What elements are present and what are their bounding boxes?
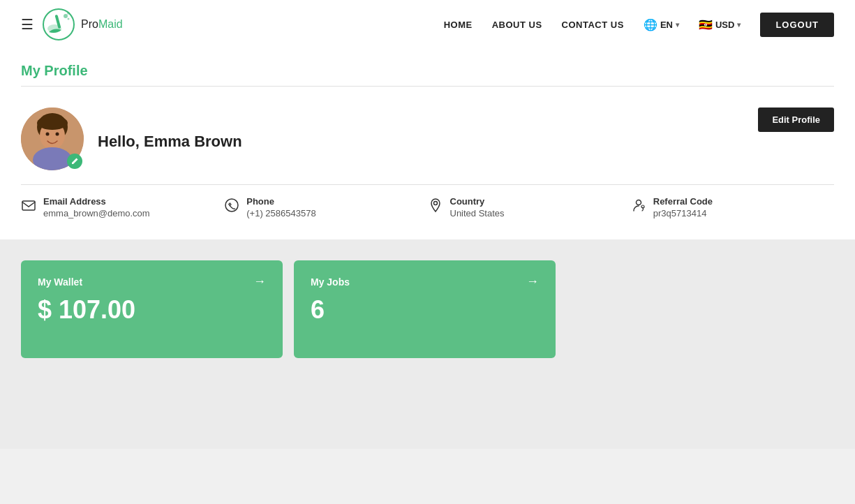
logo-text: ProMaid [81, 18, 123, 31]
info-row: Email Address emma_brown@demo.com Phone … [21, 196, 834, 218]
gray-section: My Wallet → $ 107.00 My Jobs → 6 [0, 239, 855, 449]
header-nav: HOME ABOUT US CONTACT US 🌐 EN ▾ 🇺🇬 USD ▾… [444, 13, 834, 37]
phone-value: (+1) 2586543578 [246, 208, 315, 218]
language-code: EN [660, 20, 673, 30]
phone-text-block: Phone (+1) 2586543578 [246, 196, 315, 218]
svg-point-16 [433, 202, 437, 205]
svg-point-12 [56, 133, 59, 136]
user-greeting: Hello, Emma Brown [98, 133, 242, 151]
country-label: Country [450, 196, 505, 207]
jobs-card-value: 6 [311, 297, 539, 323]
profile-section: Hello, Emma Brown Edit Profile Email Add… [0, 87, 855, 239]
jobs-card-header: My Jobs → [311, 274, 539, 289]
country-info-item: Country United States [428, 196, 631, 218]
country-text-block: Country United States [450, 196, 505, 218]
language-chevron-icon: ▾ [676, 21, 679, 29]
logo-container: ProMaid [42, 8, 123, 41]
svg-point-15 [225, 199, 238, 212]
nav-contact-us[interactable]: CONTACT US [562, 20, 624, 30]
nav-home[interactable]: HOME [444, 20, 473, 30]
currency-flag: 🇺🇬 [699, 18, 713, 31]
svg-rect-14 [22, 201, 35, 210]
logo-icon [42, 8, 75, 41]
logo-pro: Pro [81, 18, 98, 30]
svg-point-17 [636, 200, 641, 205]
wallet-card-title: My Wallet [38, 276, 82, 288]
svg-point-11 [46, 133, 50, 136]
page-content: My Profile [0, 49, 855, 239]
email-icon [21, 198, 36, 216]
referral-text-block: Referral Code pr3q5713414 [653, 196, 713, 218]
phone-label: Phone [246, 196, 315, 207]
email-text-block: Email Address emma_brown@demo.com [43, 196, 150, 218]
referral-icon [631, 198, 646, 216]
currency-selector[interactable]: 🇺🇬 USD ▾ [699, 18, 741, 31]
svg-point-3 [64, 14, 68, 18]
currency-code: USD [715, 20, 734, 30]
info-divider [21, 184, 834, 185]
profile-identity: Hello, Emma Brown [21, 108, 242, 170]
email-label: Email Address [43, 196, 150, 207]
hamburger-icon[interactable]: ☰ [21, 16, 34, 33]
phone-icon [224, 198, 239, 216]
jobs-card-title: My Jobs [311, 276, 350, 288]
edit-avatar-button[interactable] [67, 154, 82, 169]
referral-value: pr3q5713414 [653, 208, 713, 218]
logo-maid: Maid [98, 18, 123, 30]
logout-button[interactable]: LOGOUT [760, 13, 834, 37]
wallet-card[interactable]: My Wallet → $ 107.00 [21, 260, 283, 358]
svg-point-4 [67, 12, 70, 15]
wallet-card-value: $ 107.00 [38, 297, 266, 323]
svg-point-13 [37, 116, 68, 130]
email-info-item: Email Address emma_brown@demo.com [21, 196, 224, 218]
nav-about-us[interactable]: ABOUT US [492, 20, 542, 30]
email-value: emma_brown@demo.com [43, 208, 150, 218]
header: ☰ ProMaid HOME ABOUT US CONTACT US 🌐 EN [0, 0, 855, 49]
language-flag: 🌐 [644, 18, 657, 31]
profile-top: Hello, Emma Brown Edit Profile [21, 108, 834, 170]
phone-info-item: Phone (+1) 2586543578 [224, 196, 427, 218]
page-title: My Profile [21, 63, 834, 79]
referral-label: Referral Code [653, 196, 713, 207]
wallet-card-header: My Wallet → [38, 274, 266, 289]
jobs-card-arrow: → [526, 274, 539, 289]
referral-info-item: Referral Code pr3q5713414 [631, 196, 834, 218]
cards-row: My Wallet → $ 107.00 My Jobs → 6 [21, 260, 834, 358]
country-value: United States [450, 208, 505, 218]
language-selector[interactable]: 🌐 EN ▾ [644, 18, 679, 31]
jobs-card[interactable]: My Jobs → 6 [294, 260, 556, 358]
edit-profile-button[interactable]: Edit Profile [758, 108, 834, 132]
avatar-container [21, 108, 84, 170]
currency-chevron-icon: ▾ [737, 21, 741, 29]
profile-title-bar: My Profile [0, 49, 855, 86]
wallet-card-arrow: → [253, 274, 266, 289]
header-left: ☰ ProMaid [21, 8, 123, 41]
location-icon [428, 198, 443, 216]
svg-point-5 [68, 18, 70, 20]
